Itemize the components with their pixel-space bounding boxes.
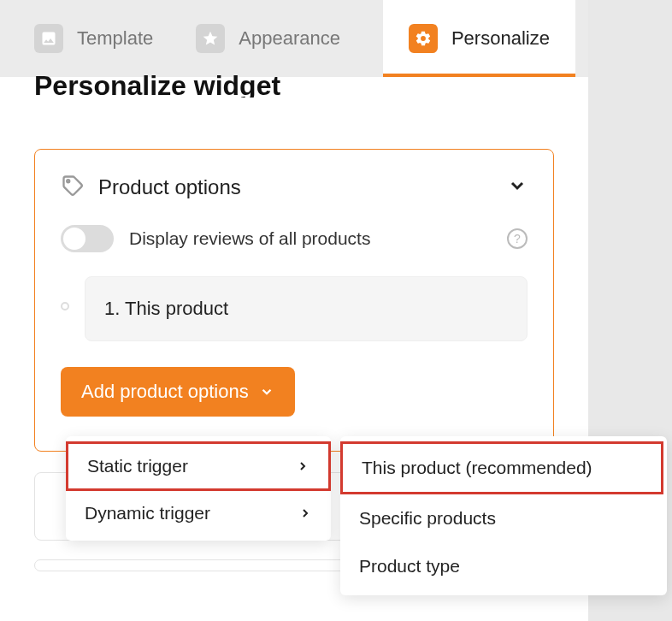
product-options-card: Product options Display reviews of all p… [34,149,554,452]
display-all-reviews-toggle[interactable] [61,225,114,252]
tab-bar: Template Appearance Personalize [0,0,588,77]
star-icon [196,24,225,53]
menu-item-specific-products[interactable]: Specific products [340,494,667,542]
chevron-right-icon [296,459,309,473]
timeline-dot [61,302,69,310]
tab-template[interactable]: Template [34,0,153,77]
chevron-down-icon [259,384,274,399]
add-button-label: Add product options [81,381,249,403]
menu-item-this-product[interactable]: This product (recommended) [340,441,663,494]
tab-label: Template [77,27,153,50]
chevron-right-icon [298,506,312,520]
static-trigger-submenu: This product (recommended) Specific prod… [340,436,667,595]
menu-item-static-trigger[interactable]: Static trigger [66,441,331,491]
svg-point-0 [67,180,69,182]
card-title: Product options [98,175,493,199]
app-container: Template Appearance Personalize Personal… [0,0,588,621]
tab-appearance[interactable]: Appearance [196,0,340,77]
tag-icon [61,174,85,201]
menu-item-product-type[interactable]: Product type [340,542,667,590]
card-header[interactable]: Product options [61,174,528,201]
product-entry[interactable]: 1. This product [85,276,528,341]
toggle-row: Display reviews of all products ? [61,225,528,252]
tab-label: Personalize [451,27,550,50]
image-icon [34,24,63,53]
chevron-down-icon [507,175,528,199]
product-list: 1. This product [61,276,528,341]
menu-item-dynamic-trigger[interactable]: Dynamic trigger [66,491,331,535]
help-icon[interactable]: ? [507,228,528,249]
gear-icon [409,24,438,53]
trigger-type-menu: Static trigger Dynamic trigger [66,436,331,541]
menu-item-label: Static trigger [87,456,188,476]
tab-personalize[interactable]: Personalize [383,0,575,77]
toggle-label: Display reviews of all products [129,228,492,249]
add-product-options-button[interactable]: Add product options [61,367,295,417]
menu-item-label: Dynamic trigger [85,503,210,523]
tab-label: Appearance [239,27,340,50]
